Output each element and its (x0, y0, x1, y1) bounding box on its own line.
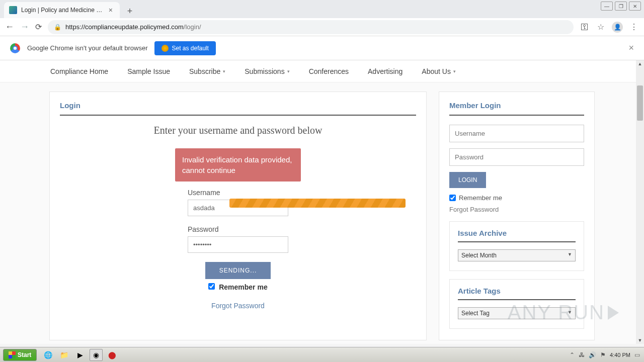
chevron-down-icon: ▾ (223, 69, 225, 74)
archive-title: Issue Archive (458, 229, 576, 242)
clock[interactable]: 4:40 PM (610, 352, 630, 358)
windows-logo-icon (9, 351, 16, 358)
play-icon (608, 306, 619, 320)
system-tray: ⌃ 🖧 🔊 ⚑ 4:40 PM ▭ (570, 351, 644, 358)
tray-flag-icon[interactable]: ⚑ (600, 351, 606, 358)
minimize-button[interactable]: — (601, 2, 613, 11)
browser-toolbar: ← → ⟳ 🔒 https://complianceupdate.policym… (0, 18, 644, 36)
sidebar-login-button[interactable]: LOGIN (449, 172, 486, 188)
profile-avatar[interactable]: 👤 (612, 22, 623, 33)
scrollbar[interactable]: ▲ ▼ (636, 60, 644, 344)
start-button[interactable]: Start (3, 349, 37, 361)
username-label: Username (188, 189, 288, 197)
sidebar-password-input[interactable] (449, 148, 584, 166)
nav-sample-issue[interactable]: Sample Issue (127, 67, 170, 75)
remember-me[interactable]: Remember me (60, 283, 416, 291)
taskbar-ie-icon[interactable]: 🌐 (41, 349, 54, 361)
chevron-down-icon: ▾ (287, 69, 290, 74)
sidebar-remember-label: Remember me (459, 194, 502, 202)
tags-title: Article Tags (458, 287, 576, 300)
remember-label: Remember me (219, 283, 268, 291)
url-path: /login/ (184, 23, 201, 31)
remember-checkbox[interactable] (208, 283, 215, 290)
shield-icon (162, 45, 169, 52)
issue-archive-card: Issue Archive Select Month (449, 221, 584, 271)
tray-network-icon[interactable]: 🖧 (579, 351, 585, 358)
tab-title: Login | Policy and Medicine Complian (21, 7, 107, 14)
password-block: Password (188, 225, 288, 253)
infobar-close-icon[interactable]: × (628, 43, 634, 53)
taskbar-chrome-icon[interactable]: ◉ (90, 349, 103, 361)
taskbar-explorer-icon[interactable]: 📁 (57, 349, 70, 361)
tray-volume-icon[interactable]: 🔊 (589, 351, 596, 358)
key-icon[interactable]: ⚿ (580, 23, 590, 32)
close-window-button[interactable]: ✕ (629, 2, 641, 11)
submit-button[interactable]: SENDING... (205, 262, 271, 279)
menu-icon[interactable]: ⋮ (629, 22, 639, 32)
scroll-thumb[interactable] (637, 85, 643, 121)
tray-expand-icon[interactable]: ⌃ (570, 351, 575, 358)
sidebar-remember-checkbox[interactable] (449, 195, 456, 201)
show-desktop-icon[interactable]: ▭ (634, 351, 640, 358)
nav-compliance-home[interactable]: Compliance Home (50, 67, 108, 75)
sidebar-title: Member Login (449, 101, 584, 116)
highlight-overlay (229, 199, 406, 208)
archive-select[interactable]: Select Month (458, 249, 576, 261)
infobar-message: Google Chrome isn't your default browser (27, 44, 147, 52)
anyrun-watermark: ANY RUN (508, 301, 619, 324)
taskbar-media-icon[interactable]: ▶ (73, 349, 87, 361)
url-host: https://complianceupdate.policymed.com (65, 23, 184, 31)
set-default-label: Set as default (172, 45, 208, 52)
forgot-password-link[interactable]: Forgot Password (211, 302, 265, 310)
password-input[interactable] (188, 236, 288, 253)
card-title: Login (60, 101, 416, 116)
back-button[interactable]: ← (5, 22, 14, 32)
nav-subscribe[interactable]: Subscribe▾ (189, 67, 225, 75)
form-heading: Enter your username and password below (60, 125, 416, 136)
new-tab-button[interactable]: + (123, 4, 137, 18)
maximize-button[interactable]: ❐ (615, 2, 627, 11)
error-message: Invalid verification data provided, cann… (175, 148, 301, 182)
forgot-password: Forgot Password (60, 301, 416, 310)
chrome-logo-icon (10, 43, 20, 53)
lock-icon: 🔒 (54, 24, 61, 31)
windows-taskbar: Start 🌐 📁 ▶ ◉ ⬤ ⌃ 🖧 🔊 ⚑ 4:40 PM ▭ (0, 347, 644, 362)
sidebar-remember[interactable]: Remember me (449, 194, 584, 202)
nav-about-us[interactable]: About Us▾ (422, 67, 456, 75)
set-default-button[interactable]: Set as default (154, 41, 215, 55)
default-browser-infobar: Google Chrome isn't your default browser… (0, 36, 644, 60)
site-navbar: Compliance Home Sample Issue Subscribe▾ … (0, 60, 644, 82)
address-bar[interactable]: 🔒 https://complianceupdate.policymed.com… (48, 20, 574, 34)
favicon (9, 6, 17, 14)
password-label: Password (188, 225, 288, 233)
sidebar-forgot-link[interactable]: Forgot Password (449, 206, 584, 213)
start-label: Start (18, 351, 31, 358)
bookmark-icon[interactable]: ☆ (596, 22, 606, 32)
forward-button[interactable]: → (20, 22, 29, 32)
taskbar-opera-icon[interactable]: ⬤ (106, 349, 119, 361)
page-viewport: ▲ ▼ Compliance Home Sample Issue Subscri… (0, 60, 644, 344)
nav-advertising[interactable]: Advertising (368, 67, 403, 75)
browser-tab[interactable]: Login | Policy and Medicine Complian × (4, 2, 120, 18)
nav-submissions[interactable]: Submissions▾ (245, 67, 289, 75)
sidebar-username-input[interactable] (449, 125, 584, 142)
chevron-down-icon: ▾ (453, 69, 456, 74)
scroll-down-icon[interactable]: ▼ (637, 338, 642, 343)
login-card: Login Enter your username and password b… (49, 92, 427, 340)
close-icon[interactable]: × (107, 6, 115, 14)
window-controls: — ❐ ✕ (601, 2, 641, 11)
nav-conferences[interactable]: Conferences (309, 67, 349, 75)
browser-tab-strip: Login | Policy and Medicine Complian × +… (0, 0, 644, 18)
scroll-up-icon[interactable]: ▲ (637, 61, 642, 66)
reload-button[interactable]: ⟳ (35, 22, 42, 32)
